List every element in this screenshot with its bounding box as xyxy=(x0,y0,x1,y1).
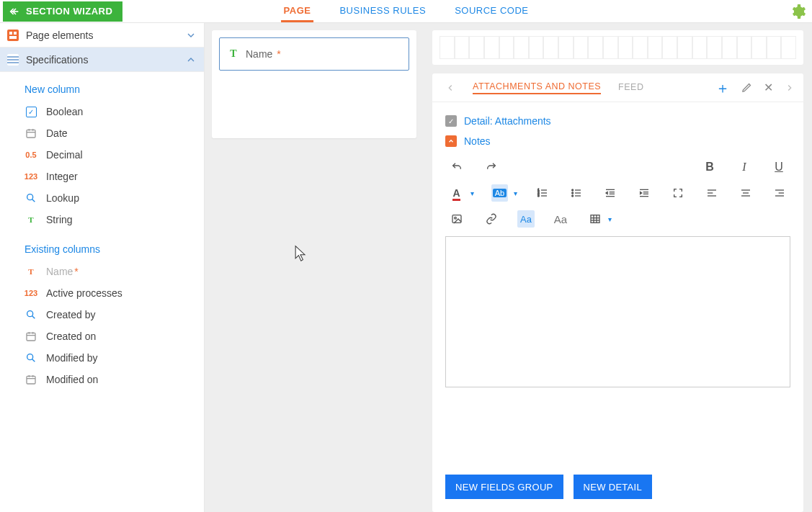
rte-font-size-large-icon[interactable]: Aa xyxy=(552,210,569,228)
required-star-icon: * xyxy=(74,266,78,277)
detail-notes[interactable]: Notes xyxy=(445,131,790,151)
svg-line-11 xyxy=(32,199,35,202)
rte-highlight-icon[interactable]: Ab xyxy=(491,184,508,202)
rte-image-icon[interactable] xyxy=(448,210,465,228)
existcol-created-on-label: Created on xyxy=(46,331,96,342)
gear-icon[interactable] xyxy=(789,3,806,20)
svg-point-33 xyxy=(572,189,574,191)
rte-text-color-dropdown-icon[interactable]: ▾ xyxy=(470,189,474,197)
field-name[interactable]: T Name * xyxy=(219,37,409,71)
rte-link-icon[interactable] xyxy=(483,210,500,228)
rte-bold-icon[interactable]: B xyxy=(701,158,718,176)
rte-table-icon[interactable] xyxy=(586,210,604,228)
rte-underline-icon[interactable]: U xyxy=(770,158,788,176)
existcol-created-by[interactable]: Created by xyxy=(24,304,204,325)
tab-scroll-left[interactable] xyxy=(445,83,455,93)
newcol-string[interactable]: T String xyxy=(24,209,204,230)
rte-ul-icon[interactable] xyxy=(568,184,585,202)
close-tab-icon[interactable]: ✕ xyxy=(764,81,773,94)
rte-align-center-icon[interactable] xyxy=(737,184,754,202)
new-column-title: New column xyxy=(24,78,204,101)
lookup-icon xyxy=(24,351,37,364)
decimal-icon: 0.5 xyxy=(24,148,37,161)
existcol-modified-by[interactable]: Modified by xyxy=(24,347,204,369)
field-name-label: Name xyxy=(246,48,272,60)
rte-undo-icon[interactable] xyxy=(448,158,465,176)
detail-attachments[interactable]: ✓ Detail: Attachments xyxy=(445,111,790,131)
existcol-modified-by-label: Modified by xyxy=(46,352,98,364)
existcol-name[interactable]: T Name* xyxy=(24,261,204,282)
bottom-buttons: NEW FIELDS GROUP NEW DETAIL xyxy=(432,464,803,512)
existcol-modified-on-label: Modified on xyxy=(46,374,98,385)
svg-line-19 xyxy=(32,359,35,362)
section-wizard-back-button[interactable]: SECTION WIZARD xyxy=(3,1,122,22)
rte-text-color-icon[interactable]: A xyxy=(448,184,465,202)
lookup-icon xyxy=(24,308,37,321)
existcol-modified-on[interactable]: Modified on xyxy=(24,369,204,390)
sidebar-group-page-elements[interactable]: Page elements xyxy=(0,23,204,48)
chevron-up-icon xyxy=(445,135,457,147)
layout-grid-placeholder[interactable] xyxy=(432,30,803,65)
svg-point-10 xyxy=(27,194,33,200)
specifications-label: Specifications xyxy=(26,54,88,66)
edit-tab-icon[interactable] xyxy=(741,82,752,93)
newcol-date[interactable]: Date xyxy=(24,122,204,144)
section-wizard-label: SECTION WIZARD xyxy=(26,6,112,17)
existcol-name-label: Name xyxy=(46,266,73,277)
newcol-decimal[interactable]: 0.5 Decimal xyxy=(24,144,204,166)
rte-highlight-dropdown-icon[interactable]: ▾ xyxy=(514,189,517,197)
page-elements-label: Page elements xyxy=(26,30,93,41)
panel-body: ✓ Detail: Attachments Notes xyxy=(432,102,803,464)
svg-rect-53 xyxy=(452,215,461,223)
page-elements-icon xyxy=(7,30,19,41)
rte-align-right-icon[interactable] xyxy=(771,184,788,202)
svg-point-18 xyxy=(27,354,33,360)
specifications-body: New column ✓ Boolean Date 0.5 Decimal 12… xyxy=(0,72,204,405)
svg-point-34 xyxy=(572,192,574,194)
rte-ol-icon[interactable]: 123 xyxy=(535,184,551,202)
boolean-icon: ✓ xyxy=(26,107,37,117)
existcol-active-processes[interactable]: 123 Active processes xyxy=(24,282,204,304)
chevron-up-icon xyxy=(185,54,197,66)
rte-editor[interactable] xyxy=(445,236,790,387)
svg-rect-55 xyxy=(591,215,599,223)
new-fields-group-button[interactable]: NEW FIELDS GROUP xyxy=(445,475,563,499)
tab-page[interactable]: PAGE xyxy=(281,0,314,22)
fields-card[interactable]: T Name * xyxy=(212,30,416,138)
panel-tab-attachments[interactable]: ATTACHMENTS AND NOTES xyxy=(473,81,601,94)
newcol-lookup-label: Lookup xyxy=(46,192,79,204)
panel-tab-feed[interactable]: FEED xyxy=(618,82,643,94)
svg-point-12 xyxy=(27,311,33,317)
add-tab-icon[interactable]: ＋ xyxy=(715,81,730,95)
existcol-created-by-label: Created by xyxy=(46,309,95,320)
rte-align-left-icon[interactable] xyxy=(703,184,720,202)
rte-fullscreen-icon[interactable] xyxy=(669,184,686,202)
tab-scroll-right[interactable] xyxy=(785,83,795,93)
rte-italic-icon[interactable]: I xyxy=(736,158,753,176)
existcol-created-on[interactable]: Created on xyxy=(24,325,204,347)
svg-rect-2 xyxy=(9,36,17,39)
rte-indent-icon[interactable] xyxy=(636,184,653,202)
tab-panel: ATTACHMENTS AND NOTES FEED ＋ ✕ ✓ Detail: xyxy=(432,73,803,512)
newcol-boolean[interactable]: ✓ Boolean xyxy=(24,101,204,122)
rte-table-dropdown-icon[interactable]: ▾ xyxy=(608,215,612,223)
newcol-lookup[interactable]: Lookup xyxy=(24,187,204,209)
tab-source-code[interactable]: SOURCE CODE xyxy=(452,0,531,22)
new-detail-button[interactable]: NEW DETAIL xyxy=(574,475,653,499)
rte-outdent-icon[interactable] xyxy=(602,184,619,202)
checkbox-icon: ✓ xyxy=(445,115,457,127)
newcol-integer[interactable]: 123 Integer xyxy=(24,166,204,187)
required-star-icon: * xyxy=(277,48,280,60)
svg-point-54 xyxy=(455,217,457,219)
svg-rect-0 xyxy=(9,32,12,35)
existing-columns-title: Existing columns xyxy=(24,238,204,261)
newcol-integer-label: Integer xyxy=(46,171,78,182)
sidebar-group-specifications[interactable]: Specifications xyxy=(0,48,204,72)
canvas-area[interactable]: T Name * xyxy=(205,23,424,512)
svg-text:3: 3 xyxy=(538,194,540,197)
tab-business-rules[interactable]: BUSINESS RULES xyxy=(336,0,429,22)
rte-redo-icon[interactable] xyxy=(483,158,500,176)
panel-tabs: ATTACHMENTS AND NOTES FEED ＋ ✕ xyxy=(432,73,803,102)
rte-font-size-small-icon[interactable]: Aa xyxy=(517,210,535,228)
newcol-string-label: String xyxy=(46,214,73,225)
